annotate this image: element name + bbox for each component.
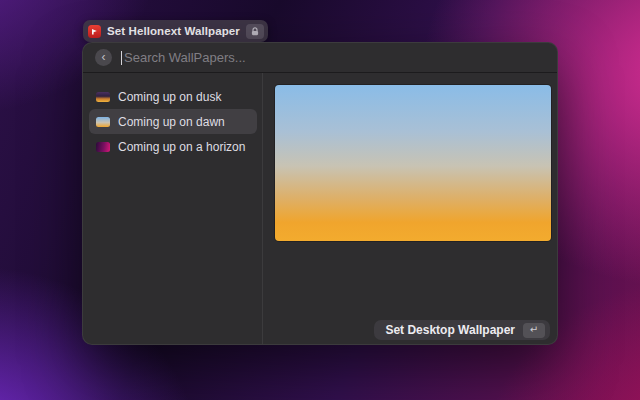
- enter-key-icon: ↵: [523, 323, 545, 338]
- back-button[interactable]: ‹: [95, 49, 112, 66]
- text-caret: [121, 51, 122, 65]
- hellonext-icon: [88, 25, 101, 38]
- search-input[interactable]: Search WallPapers...: [121, 50, 545, 65]
- dawn-thumbnail-icon: [96, 117, 110, 127]
- list-item-horizon[interactable]: Coming up on a horizon: [89, 134, 257, 159]
- set-desktop-wallpaper-button[interactable]: Set Desktop Wallpaper ↵: [374, 320, 550, 340]
- lock-icon: [246, 24, 264, 39]
- list-item-label: Coming up on a horizon: [118, 140, 245, 154]
- search-placeholder: Search WallPapers...: [124, 50, 246, 65]
- search-bar: ‹ Search WallPapers...: [83, 43, 557, 73]
- dusk-thumbnail-icon: [96, 92, 110, 102]
- command-tag-label: Set Hellonext Wallpaper: [107, 25, 240, 37]
- horizon-thumbnail-icon: [96, 142, 110, 152]
- back-chevron-icon: ‹: [102, 51, 106, 63]
- preview-pane: Set Desktop Wallpaper ↵: [263, 73, 557, 344]
- raycast-window: ‹ Search WallPapers... Coming up on dusk…: [82, 42, 558, 345]
- list-item-label: Coming up on dawn: [118, 115, 225, 129]
- dawn-wallpaper-preview: [275, 85, 551, 241]
- list-item-dawn[interactable]: Coming up on dawn: [89, 109, 257, 134]
- wallpaper-list: Coming up on dusk Coming up on dawn Comi…: [83, 73, 263, 344]
- list-item-label: Coming up on dusk: [118, 90, 221, 104]
- list-item-dusk[interactable]: Coming up on dusk: [89, 84, 257, 109]
- command-tag[interactable]: Set Hellonext Wallpaper: [83, 20, 268, 42]
- action-button-label: Set Desktop Wallpaper: [385, 323, 515, 337]
- window-content: Coming up on dusk Coming up on dawn Comi…: [83, 73, 557, 344]
